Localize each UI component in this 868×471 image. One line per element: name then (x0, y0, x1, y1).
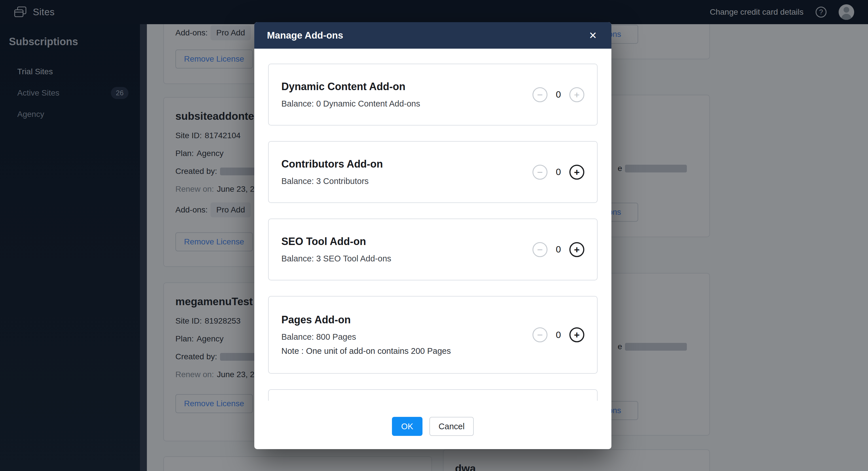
addon-title: Dynamic Content Add-on (281, 81, 420, 93)
minus-icon: − (537, 167, 543, 177)
decrease-button[interactable]: − (532, 327, 548, 342)
modal-title: Manage Add-ons (267, 30, 343, 41)
manage-addons-modal: Manage Add-ons ✕ Dynamic Content Add-on … (254, 22, 611, 449)
next-addon-card-peek (268, 389, 597, 401)
increase-button[interactable]: + (569, 242, 584, 257)
addon-card: SEO Tool Add-on Balance: 3 SEO Tool Add-… (268, 219, 597, 280)
addon-info: Dynamic Content Add-on Balance: 0 Dynami… (281, 81, 420, 108)
addon-balance: Balance: 3 SEO Tool Add-ons (281, 254, 392, 263)
addon-title: Contributors Add-on (281, 158, 383, 170)
app-screen: Sites Change credit card details ? Subsc… (0, 0, 868, 471)
modal-body: Dynamic Content Add-on Balance: 0 Dynami… (254, 49, 611, 407)
decrease-button[interactable]: − (532, 87, 548, 102)
addon-title: Pages Add-on (281, 314, 451, 326)
addon-balance: Balance: 3 Contributors (281, 177, 383, 186)
quantity-value: 0 (555, 244, 562, 255)
quantity-stepper: − 0 + (532, 165, 584, 180)
addon-balance: Balance: 800 Pages (281, 332, 451, 342)
decrease-button[interactable]: − (532, 242, 548, 257)
quantity-stepper: − 0 + (532, 327, 584, 342)
close-button[interactable]: ✕ (587, 29, 599, 42)
modal-header: Manage Add-ons ✕ (254, 22, 611, 49)
plus-icon: + (574, 245, 580, 254)
increase-button[interactable]: + (569, 327, 584, 342)
increase-button[interactable]: + (569, 87, 584, 102)
quantity-value: 0 (555, 89, 562, 100)
plus-icon: + (574, 90, 580, 100)
plus-icon: + (574, 330, 580, 340)
addon-card: Dynamic Content Add-on Balance: 0 Dynami… (268, 64, 597, 126)
plus-icon: + (574, 167, 580, 177)
increase-button[interactable]: + (569, 165, 584, 180)
addon-info: Pages Add-on Balance: 800 Pages Note : O… (281, 314, 451, 356)
addon-info: SEO Tool Add-on Balance: 3 SEO Tool Add-… (281, 236, 392, 263)
ok-button[interactable]: OK (392, 417, 423, 436)
cancel-button[interactable]: Cancel (429, 417, 474, 436)
close-icon: ✕ (589, 30, 597, 41)
quantity-value: 0 (555, 329, 562, 340)
modal-footer: OK Cancel (254, 407, 611, 449)
minus-icon: − (537, 245, 543, 254)
addon-info: Contributors Add-on Balance: 3 Contribut… (281, 158, 383, 186)
addon-balance: Balance: 0 Dynamic Content Add-ons (281, 99, 420, 108)
quantity-stepper: − 0 + (532, 242, 584, 257)
quantity-stepper: − 0 + (532, 87, 584, 102)
addon-title: SEO Tool Add-on (281, 236, 392, 248)
minus-icon: − (537, 90, 543, 100)
quantity-value: 0 (555, 167, 562, 177)
addon-card: Contributors Add-on Balance: 3 Contribut… (268, 141, 597, 203)
addon-card: Pages Add-on Balance: 800 Pages Note : O… (268, 296, 597, 374)
addon-note: Note : One unit of add-on contains 200 P… (281, 346, 451, 356)
decrease-button[interactable]: − (532, 165, 548, 180)
minus-icon: − (537, 330, 543, 340)
